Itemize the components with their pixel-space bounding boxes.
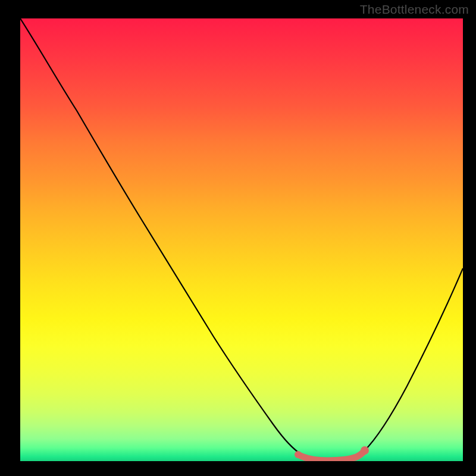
plot-area	[20, 18, 463, 461]
valley-floor-highlight	[298, 450, 365, 461]
watermark-text: TheBottleneck.com	[360, 2, 469, 17]
valley-start-dot	[295, 451, 302, 458]
valley-end-dot	[361, 446, 369, 455]
bottleneck-curve-line	[20, 18, 463, 461]
bottleneck-curve-svg	[20, 18, 463, 461]
chart-frame: TheBottleneck.com	[0, 0, 476, 476]
